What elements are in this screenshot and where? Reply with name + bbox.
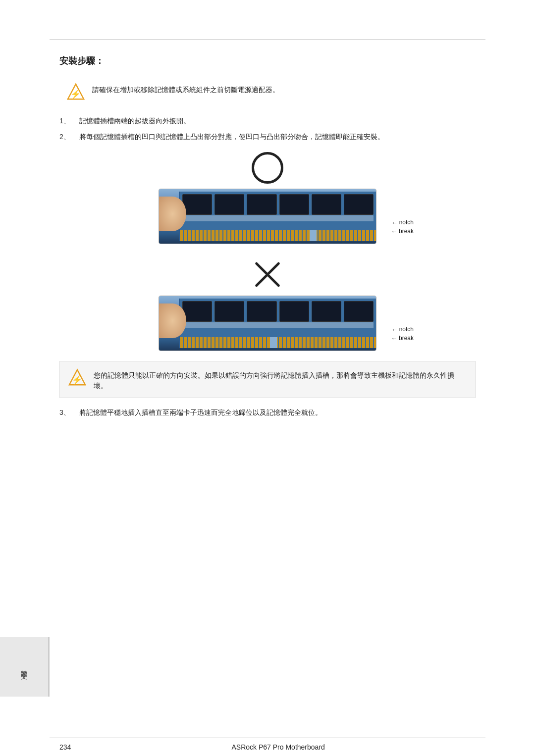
notch-text-2: notch xyxy=(399,326,414,333)
diagram-item-correct: ← notch ← break xyxy=(159,152,376,244)
ic-chip xyxy=(344,194,374,215)
photo-wrapper-1: ← notch ← break xyxy=(159,189,376,244)
footer-area: 234 ASRock P67 Pro Motherboard xyxy=(0,738,535,756)
warning-icon-1: ⚡ xyxy=(66,83,85,101)
break-label-1: ← break xyxy=(391,228,414,235)
ic-chip xyxy=(182,194,212,215)
step-3: 3、 將記憶體平穩地插入插槽直至兩端卡子迅速而完全地歸位以及記憶體完全就位。 xyxy=(59,407,476,419)
ram-overlay-2 xyxy=(159,296,376,351)
notch-label-1: ← notch xyxy=(391,219,414,226)
ic-chip xyxy=(279,301,309,322)
arrow-left-notch-2: ← xyxy=(391,326,398,333)
warning-icon-2: ⚡ xyxy=(68,368,87,387)
svg-text:⚡: ⚡ xyxy=(70,89,81,100)
label-strip-1 xyxy=(182,215,374,221)
notch-gap-2 xyxy=(270,337,277,348)
svg-text:⚡: ⚡ xyxy=(72,374,83,385)
ic-chip xyxy=(279,194,309,215)
page-number: 234 xyxy=(59,743,71,751)
step-1: 1、 記憶體插槽兩端的起拔器向外扳開。 xyxy=(59,115,476,127)
break-text-2: break xyxy=(399,335,414,342)
ic-chip xyxy=(214,194,244,215)
ram-illustration-2 xyxy=(159,296,376,351)
arrow-left-break-1: ← xyxy=(391,228,397,235)
section-title: 安裝步驟： xyxy=(59,55,476,67)
footer-title: ASRock P67 Pro Motherboard xyxy=(81,743,476,751)
finger-2 xyxy=(159,303,186,338)
sidebar-text: 繁體中文 xyxy=(20,665,29,669)
step-2: 2、 將每個記憶體插槽的凹口與記憶體上凸出部分對應，使凹口与凸出部分吻合，記憶體… xyxy=(59,131,476,143)
diagram-item-wrong: ← notch ← break xyxy=(159,259,376,351)
step-2-num: 2、 xyxy=(59,131,74,143)
step-3-num: 3、 xyxy=(59,407,74,419)
step-1-num: 1、 xyxy=(59,115,74,127)
correct-symbol-circle xyxy=(252,152,283,184)
ic-chip xyxy=(312,194,341,215)
warning-text-2: 您的記憶體只能以正確的方向安裝。如果以錯誤的方向強行將記憶體插入插槽，那將會導致… xyxy=(94,367,467,392)
label-strip-2 xyxy=(182,322,374,328)
sidebar-box: 繁體中文 xyxy=(0,637,50,697)
step-3-text: 將記憶體平穩地插入插槽直至兩端卡子迅速而完全地歸位以及記憶體完全就位。 xyxy=(79,407,322,419)
notch-text-1: notch xyxy=(399,219,414,226)
pcb-board-2 xyxy=(179,299,376,348)
photo-wrapper-2: ← notch ← break xyxy=(159,296,376,351)
notch-gap-1 xyxy=(310,230,317,241)
arrow-left-break-2: ← xyxy=(391,335,397,342)
ic-chip xyxy=(344,301,374,322)
break-label-2: ← break xyxy=(391,335,414,342)
gold-edge-1 xyxy=(180,230,376,241)
step-2-text: 將每個記憶體插槽的凹口與記憶體上凸出部分對應，使凹口与凸出部分吻合，記憶體即能正… xyxy=(79,131,384,143)
page-container: 安裝步驟： ⚡ 請確保在增加或移除記憶體或系統組件之前切斷電源適配器。 1、 記… xyxy=(0,40,535,756)
warning-box-2: ⚡ 您的記憶體只能以正確的方向安裝。如果以錯誤的方向強行將記憶體插入插槽，那將會… xyxy=(59,361,476,398)
chip-row-1 xyxy=(182,194,374,215)
wrong-symbol-x xyxy=(252,259,283,291)
notch-label-2: ← notch xyxy=(391,326,414,333)
ram-illustration-1 xyxy=(159,189,376,244)
steps-list: 1、 記憶體插槽兩端的起拔器向外扳開。 2、 將每個記憶體插槽的凹口與記憶體上凸… xyxy=(59,115,476,143)
arrow-left-notch-1: ← xyxy=(391,219,398,226)
break-text-1: break xyxy=(399,228,414,235)
diagram-pair: ← notch ← break xyxy=(59,152,476,351)
gold-edge-2 xyxy=(180,337,376,348)
ram-overlay-1 xyxy=(159,189,376,244)
pcb-board-1 xyxy=(179,192,376,241)
ic-chip xyxy=(214,301,244,322)
ic-chip xyxy=(247,301,276,322)
ic-chip xyxy=(182,301,212,322)
step-1-text: 記憶體插槽兩端的起拔器向外扳開。 xyxy=(79,115,190,127)
ic-chip xyxy=(312,301,341,322)
warning-box-1: ⚡ 請確保在增加或移除記憶體或系統組件之前切斷電源適配器。 xyxy=(59,77,476,106)
finger-1 xyxy=(159,197,186,231)
ic-chip xyxy=(247,194,276,215)
footer-bar: 234 ASRock P67 Pro Motherboard xyxy=(0,738,535,756)
warning-text-1: 請確保在增加或移除記憶體或系統組件之前切斷電源適配器。 xyxy=(92,82,279,96)
chip-row-2 xyxy=(182,301,374,322)
content-area: 安裝步驟： ⚡ 請確保在增加或移除記憶體或系統組件之前切斷電源適配器。 1、 記… xyxy=(0,40,535,454)
